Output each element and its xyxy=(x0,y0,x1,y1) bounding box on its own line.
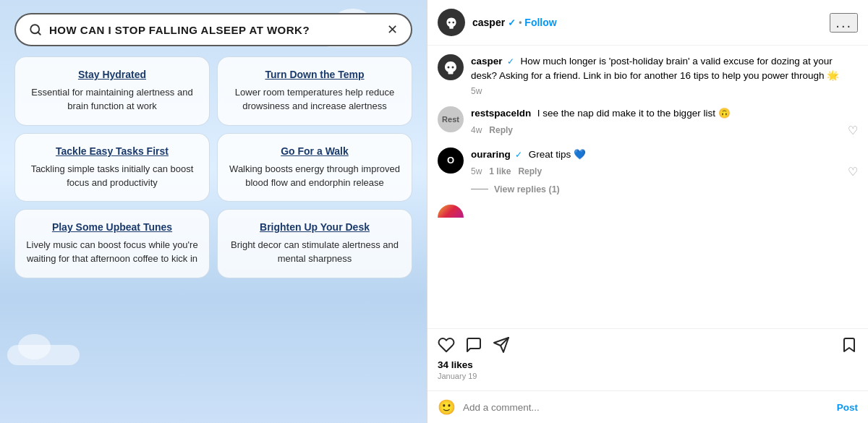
tip-card-tackle-easy-tasks: Tackle Easy Tasks First Tackling simple … xyxy=(14,133,210,202)
emoji-button[interactable]: 🙂 xyxy=(438,398,456,416)
ouraring-reply-button[interactable]: Reply xyxy=(518,166,542,176)
share-icon xyxy=(493,336,510,354)
restspaceldn-time: 4w xyxy=(471,125,482,135)
search-close-button[interactable]: ✕ xyxy=(387,22,398,38)
tip-title-brighten-desk: Brighten Up Your Desk xyxy=(228,221,401,233)
post-header: casper ✓ • Follow ... xyxy=(427,0,868,46)
comments-section: casper ✓ How much longer is 'post-holida… xyxy=(427,46,868,328)
original-post-meta: 5w xyxy=(471,86,858,96)
original-post-body: casper ✓ How much longer is 'post-holida… xyxy=(471,54,858,96)
ouraring-meta: 5w 1 like Reply ♡ xyxy=(471,165,858,179)
post-header-info: casper ✓ • Follow xyxy=(472,17,830,28)
likes-count: 34 likes xyxy=(438,359,858,370)
tip-title-play-tunes: Play Some Upbeat Tunes xyxy=(25,221,199,233)
tip-card-stay-hydrated: Stay Hydrated Essential for maintaining … xyxy=(14,56,210,126)
original-post-verified: ✓ xyxy=(507,56,514,67)
ouraring-like-button[interactable]: ♡ xyxy=(848,165,858,179)
tip-desc-brighten-desk: Bright decor can stimulate alertness and… xyxy=(228,239,401,266)
ouraring-comment-text: Great tips 💙 xyxy=(529,149,586,160)
more-options-button[interactable]: ... xyxy=(830,13,858,33)
svg-point-5 xyxy=(448,67,450,69)
original-post-username: casper xyxy=(471,56,503,67)
tip-title-tackle-easy-tasks: Tackle Easy Tasks First xyxy=(25,145,199,157)
comment-input[interactable] xyxy=(463,402,830,413)
tips-grid: Stay Hydrated Essential for maintaining … xyxy=(14,56,412,278)
tip-desc-play-tunes: Lively music can boost focus while you'r… xyxy=(25,239,199,266)
comment-ouraring: O ouraring ✓ Great tips 💙 5w 1 like Repl… xyxy=(438,148,858,179)
comment-button[interactable] xyxy=(465,336,482,354)
svg-point-3 xyxy=(448,22,451,24)
tip-card-turn-down-temp: Turn Down the Temp Lower room temperatur… xyxy=(217,56,412,126)
view-replies-button[interactable]: View replies (1) xyxy=(494,184,560,195)
ouraring-time: 5w xyxy=(471,166,482,176)
like-button[interactable] xyxy=(438,336,455,354)
header-dot: • xyxy=(519,17,522,27)
svg-point-4 xyxy=(452,22,454,24)
post-date: January 19 xyxy=(438,372,858,380)
restspaceldn-meta: 4w Reply ♡ xyxy=(471,124,858,137)
ouraring-likes-count: 1 like xyxy=(489,166,511,176)
restspaceldn-comment-body: restspaceldn I see the nap did make it t… xyxy=(471,106,858,137)
follow-button[interactable]: Follow xyxy=(524,17,556,28)
tip-card-play-tunes: Play Some Upbeat Tunes Lively music can … xyxy=(14,209,210,278)
restspaceldn-comment-text: I see the nap did make it to the bigger … xyxy=(537,108,731,119)
search-icon xyxy=(29,23,42,36)
restspaceldn-username: restspaceldn xyxy=(471,108,531,119)
bookmark-icon xyxy=(841,336,858,354)
tip-desc-tackle-easy-tasks: Tackling simple tasks initially can boos… xyxy=(25,163,199,190)
restspaceldn-like-button[interactable]: ♡ xyxy=(848,124,858,137)
header-username: casper xyxy=(472,17,505,28)
restspaceldn-reply-button[interactable]: Reply xyxy=(489,125,513,135)
tip-card-go-for-walk: Go For a Walk Walking boosts energy thro… xyxy=(217,133,412,202)
ouraring-avatar: O xyxy=(438,148,464,174)
ouraring-username: ouraring xyxy=(471,149,511,160)
tip-desc-turn-down-temp: Lower room temperatures help reduce drow… xyxy=(228,86,401,114)
original-post-time: 5w xyxy=(471,86,482,96)
post-comment-button[interactable]: Post xyxy=(837,402,858,413)
action-bar: 34 likes January 19 xyxy=(427,328,868,390)
tip-desc-go-for-walk: Walking boosts energy through improved b… xyxy=(228,163,401,190)
right-panel: casper ✓ • Follow ... casper ✓ How much … xyxy=(427,0,868,423)
ouraring-comment-body: ouraring ✓ Great tips 💙 5w 1 like Reply … xyxy=(471,148,858,179)
svg-point-6 xyxy=(452,67,454,69)
comment-restspaceldn: Rest restspaceldn I see the nap did make… xyxy=(438,106,858,137)
action-icons-row xyxy=(438,336,858,354)
heart-icon xyxy=(438,336,455,354)
left-panel: HOW CAN I STOP FALLING ALSEEP AT WORK? ✕… xyxy=(0,0,427,423)
search-bar[interactable]: HOW CAN I STOP FALLING ALSEEP AT WORK? ✕ xyxy=(14,13,412,46)
share-button[interactable] xyxy=(493,336,510,354)
svg-line-1 xyxy=(38,32,40,34)
cloud-decoration-2 xyxy=(7,345,80,365)
tip-title-go-for-walk: Go For a Walk xyxy=(228,145,401,157)
view-replies-row: View replies (1) xyxy=(471,184,858,195)
tip-title-turn-down-temp: Turn Down the Temp xyxy=(228,69,401,80)
post-username-row: casper ✓ • Follow xyxy=(472,17,830,28)
comment-icon xyxy=(465,336,482,354)
tip-card-brighten-desk: Brighten Up Your Desk Bright decor can s… xyxy=(217,209,412,278)
header-verified-badge: ✓ xyxy=(508,17,516,28)
original-post-comment: casper ✓ How much longer is 'post-holida… xyxy=(438,54,858,96)
casper-comment-avatar xyxy=(438,54,464,80)
tip-title-stay-hydrated: Stay Hydrated xyxy=(25,69,199,80)
tip-desc-stay-hydrated: Essential for maintaining alertness and … xyxy=(25,86,199,114)
original-post-text: How much longer is 'post-holiday brain' … xyxy=(471,56,839,81)
view-replies-line xyxy=(471,189,488,189)
restspaceldn-avatar: Rest xyxy=(438,106,464,132)
bookmark-button[interactable] xyxy=(841,336,858,354)
ouraring-verified: ✓ xyxy=(515,150,522,160)
add-comment-row: 🙂 Post xyxy=(427,390,868,423)
next-comment-avatar-partial xyxy=(438,205,464,218)
casper-avatar xyxy=(438,9,465,36)
search-query-text: HOW CAN I STOP FALLING ALSEEP AT WORK? xyxy=(49,24,380,36)
